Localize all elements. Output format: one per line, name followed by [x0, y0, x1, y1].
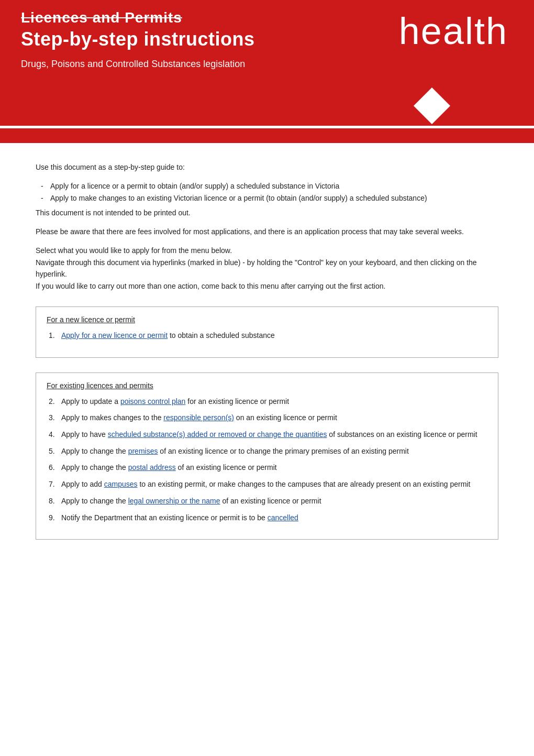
- new-licence-box-title: For a new licence or permit: [47, 315, 487, 324]
- existing-item-9: 9.Notify the Department that an existing…: [47, 512, 487, 524]
- item1-suffix: to obtain a scheduled substance: [168, 331, 275, 339]
- guide-intro: Use this document as a step-by-step guid…: [36, 162, 498, 173]
- new-licence-item-1: 1. Apply for a new licence or permit to …: [47, 330, 487, 342]
- not-print-text: This document is not intended to be prin…: [36, 207, 498, 219]
- navigate-note: Navigate through this document via hyper…: [36, 257, 498, 280]
- item-num-5: 5.: [49, 446, 55, 457]
- item-num-7: 7.: [49, 479, 55, 490]
- existing-link-9[interactable]: cancelled: [268, 513, 298, 522]
- existing-item-8: 8.Apply to change the legal ownership or…: [47, 496, 487, 507]
- existing-link-4[interactable]: scheduled substance(s) added or removed …: [108, 430, 327, 439]
- main-content: Use this document as a step-by-step guid…: [0, 143, 534, 573]
- item-num-4: 4.: [49, 429, 55, 441]
- item-num-1: 1.: [49, 330, 55, 342]
- intro-list-item-1: Apply for a licence or a permit to obtai…: [41, 181, 498, 192]
- item-num-2: 2.: [49, 396, 55, 408]
- header-subtitle: Drugs, Poisons and Controlled Substances…: [21, 59, 513, 70]
- existing-link-5[interactable]: premises: [128, 447, 158, 455]
- existing-item-6: 6.Apply to change the postal address of …: [47, 462, 487, 474]
- intro-list-item-2: Apply to make changes to an existing Vic…: [41, 193, 498, 204]
- star-decoration: [414, 87, 450, 126]
- select-note: Select what you would like to apply for …: [36, 245, 498, 256]
- existing-link-8[interactable]: legal ownership or the name: [128, 497, 220, 505]
- fees-note: Please be aware that there are fees invo…: [36, 226, 498, 238]
- item-num-8: 8.: [49, 496, 55, 507]
- item-num-9: 9.: [49, 512, 55, 524]
- existing-licences-box: For existing licences and permits 2.Appl…: [36, 372, 498, 540]
- new-licence-box: For a new licence or permit 1. Apply for…: [36, 306, 498, 358]
- item-num-6: 6.: [49, 462, 55, 474]
- header-health-word: health: [399, 9, 508, 52]
- red-band: [0, 128, 534, 143]
- existing-item-7: 7.Apply to add campuses to an existing p…: [47, 479, 487, 490]
- existing-item-2: 2.Apply to update a poisons control plan…: [47, 396, 487, 408]
- svg-marker-0: [414, 87, 450, 124]
- existing-link-2[interactable]: poisons control plan: [120, 397, 186, 406]
- nav-instructions: Select what you would like to apply for …: [36, 245, 498, 292]
- more-actions-note: If you would like to carry out more than…: [36, 280, 498, 292]
- apply-new-licence-link[interactable]: Apply for a new licence or permit: [61, 331, 168, 339]
- existing-link-3[interactable]: responsible person(s): [163, 413, 234, 422]
- existing-item-3: 3.Apply to makes changes to the responsi…: [47, 412, 487, 424]
- existing-box-title: For existing licences and permits: [47, 381, 487, 390]
- intro-list: Apply for a licence or a permit to obtai…: [41, 181, 498, 204]
- new-licence-list: 1. Apply for a new licence or permit to …: [47, 330, 487, 342]
- existing-item-5: 5.Apply to change the premises of an exi…: [47, 446, 487, 457]
- page-header: Licences and Permits Step-by-step instru…: [0, 0, 534, 126]
- existing-list: 2.Apply to update a poisons control plan…: [47, 396, 487, 524]
- item-num-3: 3.: [49, 412, 55, 424]
- existing-link-6[interactable]: postal address: [128, 463, 176, 472]
- existing-item-4: 4.Apply to have scheduled substance(s) a…: [47, 429, 487, 441]
- existing-link-7[interactable]: campuses: [104, 480, 138, 488]
